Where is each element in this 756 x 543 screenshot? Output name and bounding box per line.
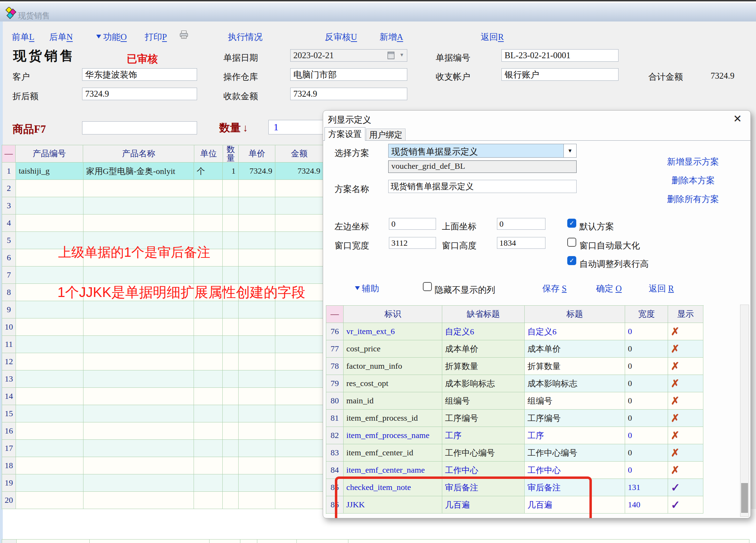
product-code-cell[interactable] bbox=[16, 336, 83, 353]
unit-cell[interactable] bbox=[194, 336, 223, 353]
auto-row-height-checkbox[interactable]: ✓ bbox=[567, 256, 576, 265]
row-number-cell[interactable]: 78 bbox=[326, 358, 344, 375]
width-cell[interactable]: 0 bbox=[625, 462, 668, 479]
delete-all-schemes-link[interactable]: 删除所有方案 bbox=[667, 193, 719, 205]
qty-cell[interactable] bbox=[223, 353, 239, 370]
delete-scheme-link[interactable]: 删除本方案 bbox=[671, 175, 715, 186]
price-cell[interactable] bbox=[239, 232, 275, 249]
width-cell[interactable]: 140 bbox=[625, 496, 668, 514]
top-coord-input[interactable] bbox=[497, 218, 545, 230]
qty-cell[interactable]: 1 bbox=[223, 163, 239, 180]
product-input[interactable] bbox=[82, 121, 197, 134]
title-cell[interactable]: 组编号 bbox=[525, 392, 625, 410]
toolbar-add-new[interactable]: 新增A bbox=[380, 31, 403, 43]
received-input[interactable] bbox=[290, 88, 407, 100]
title-cell[interactable]: 工作中心编号 bbox=[525, 444, 625, 462]
width-cell[interactable]: 0 bbox=[625, 410, 668, 427]
ok-button[interactable]: 确定 O bbox=[596, 283, 622, 294]
hidden-cross-icon[interactable]: ✗ bbox=[668, 444, 703, 462]
default-title-cell[interactable]: 工序 bbox=[442, 427, 525, 444]
doc-date-field[interactable]: 2023-02-21 ▼ bbox=[290, 49, 407, 62]
qty-cell[interactable] bbox=[223, 492, 239, 509]
row-number-cell[interactable]: 6 bbox=[2, 249, 16, 266]
back-button[interactable]: 返回 R bbox=[649, 283, 674, 294]
product-name-cell[interactable] bbox=[83, 492, 194, 509]
product-name-cell[interactable] bbox=[83, 266, 194, 284]
title-cell[interactable]: 成本单价 bbox=[525, 340, 625, 358]
product-code-cell[interactable] bbox=[16, 440, 83, 457]
amount-cell[interactable] bbox=[275, 318, 323, 336]
toolbar-print[interactable]: 打印P bbox=[145, 31, 167, 43]
dialog-scrollbar[interactable] bbox=[740, 305, 749, 517]
default-title-cell[interactable]: 组编号 bbox=[442, 392, 525, 410]
unit-cell[interactable] bbox=[194, 405, 223, 422]
unit-cell[interactable] bbox=[194, 492, 223, 509]
amount-cell[interactable] bbox=[275, 249, 323, 266]
toolbar-next-voucher[interactable]: 后单N bbox=[49, 31, 73, 43]
price-cell[interactable] bbox=[239, 405, 275, 422]
dialog-scrollbar-thumb[interactable] bbox=[741, 483, 748, 513]
title-cell[interactable]: 自定义6 bbox=[525, 323, 625, 340]
qty-cell[interactable] bbox=[223, 388, 239, 405]
row-number-cell[interactable]: 11 bbox=[2, 336, 16, 353]
customer-input[interactable] bbox=[82, 68, 197, 81]
qty-cell[interactable] bbox=[223, 318, 239, 336]
unit-cell[interactable] bbox=[194, 440, 223, 457]
product-name-cell[interactable] bbox=[83, 474, 194, 492]
qty-cell[interactable] bbox=[223, 214, 239, 232]
visible-check-icon[interactable]: ✓ bbox=[668, 496, 703, 514]
price-cell[interactable] bbox=[239, 474, 275, 492]
default-title-cell[interactable]: 自定义6 bbox=[442, 323, 525, 340]
unit-cell[interactable] bbox=[194, 353, 223, 370]
date-dropdown-icon[interactable]: ▼ bbox=[399, 52, 404, 58]
row-number-cell[interactable]: 10 bbox=[2, 318, 16, 336]
discounted-input[interactable] bbox=[82, 88, 197, 100]
width-cell[interactable]: 0 bbox=[625, 392, 668, 410]
unit-cell[interactable] bbox=[194, 457, 223, 474]
width-cell[interactable]: 131 bbox=[625, 479, 668, 496]
product-name-cell[interactable] bbox=[83, 353, 194, 370]
amount-cell[interactable] bbox=[275, 457, 323, 474]
unit-cell[interactable]: 个 bbox=[194, 163, 223, 180]
row-number-cell[interactable]: 3 bbox=[2, 197, 16, 214]
row-number-cell[interactable]: 80 bbox=[326, 392, 344, 410]
product-name-cell[interactable] bbox=[83, 318, 194, 336]
product-name-cell[interactable]: 家用G型电脑-金奥-onlyit bbox=[83, 163, 194, 180]
tab-scheme-settings[interactable]: 方案设置 bbox=[324, 127, 365, 141]
qty-cell[interactable] bbox=[223, 336, 239, 353]
row-number-cell[interactable]: 4 bbox=[2, 214, 16, 232]
row-number-cell[interactable]: 19 bbox=[2, 474, 16, 492]
helper-menu[interactable]: 辅助 bbox=[355, 283, 379, 294]
field-id-cell[interactable]: res_cost_opt bbox=[344, 375, 442, 392]
row-number-cell[interactable]: 5 bbox=[2, 232, 16, 249]
row-number-cell[interactable]: 20 bbox=[2, 492, 16, 509]
product-code-cell[interactable] bbox=[16, 457, 83, 474]
price-cell[interactable] bbox=[239, 422, 275, 440]
hidden-cross-icon[interactable]: ✗ bbox=[668, 323, 703, 340]
product-code-cell[interactable] bbox=[16, 214, 83, 232]
qty-cell[interactable] bbox=[223, 422, 239, 440]
row-number-cell[interactable]: 13 bbox=[2, 370, 16, 388]
title-cell[interactable]: 成本影响标志 bbox=[525, 375, 625, 392]
row-number-cell[interactable]: 15 bbox=[2, 405, 16, 422]
field-id-cell[interactable]: item_emf_process_name bbox=[344, 427, 442, 444]
product-code-cell[interactable] bbox=[16, 405, 83, 422]
price-cell[interactable] bbox=[239, 457, 275, 474]
row-number-cell[interactable]: 76 bbox=[326, 323, 344, 340]
toolbar-prev-voucher[interactable]: 前单L bbox=[12, 31, 34, 43]
product-name-cell[interactable] bbox=[83, 440, 194, 457]
product-code-cell[interactable] bbox=[16, 370, 83, 388]
row-number-cell[interactable]: 9 bbox=[2, 301, 16, 318]
unit-cell[interactable] bbox=[194, 180, 223, 197]
product-name-cell[interactable] bbox=[83, 301, 194, 318]
row-number-cell[interactable]: 1 bbox=[2, 163, 16, 180]
hidden-cross-icon[interactable]: ✗ bbox=[668, 358, 703, 375]
warehouse-input[interactable] bbox=[290, 68, 407, 81]
qty-cell[interactable] bbox=[223, 370, 239, 388]
row-number-cell[interactable]: 2 bbox=[2, 180, 16, 197]
amount-cell[interactable] bbox=[275, 370, 323, 388]
amount-cell[interactable] bbox=[275, 388, 323, 405]
default-title-cell[interactable]: 折算数量 bbox=[442, 358, 525, 375]
hidden-cross-icon[interactable]: ✗ bbox=[668, 340, 703, 358]
row-number-cell[interactable]: 77 bbox=[326, 340, 344, 358]
